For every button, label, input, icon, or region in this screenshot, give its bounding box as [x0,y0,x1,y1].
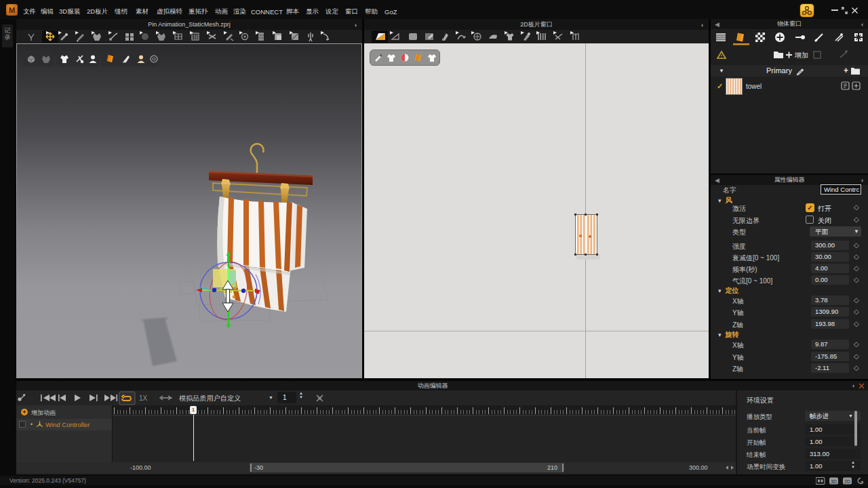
svg-text:2D: 2D [844,479,850,484]
svg-text:3D: 3D [831,479,837,484]
svg-text:1X: 1X [139,394,148,402]
